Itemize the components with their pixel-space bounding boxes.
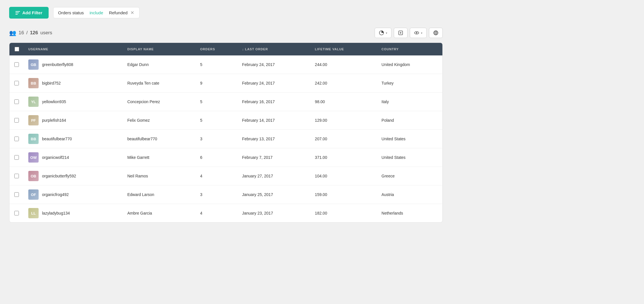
username-text: organicwolf214 — [42, 155, 69, 160]
avatar: OW — [28, 152, 39, 163]
lifetime-value-cell: 371.00 — [310, 148, 377, 167]
col-orders: ORDERS — [196, 43, 238, 55]
table-row: YL yellowlion935 Concepcion Perez5Februa… — [9, 93, 442, 111]
avatar: OB — [28, 171, 39, 181]
avatar: OF — [28, 189, 39, 200]
row-checkbox[interactable] — [14, 137, 19, 141]
country-cell: United States — [377, 148, 442, 167]
username-cell: LL lazyladybug134 — [24, 204, 123, 223]
username-text: bigbird752 — [42, 81, 61, 85]
country-cell: Italy — [377, 93, 442, 111]
users-count-row: 👥 16 / 126 users ▾ — [9, 28, 443, 38]
lifetime-value-cell: 129.00 — [310, 111, 377, 130]
col-last-order: ↓ LAST ORDER — [237, 43, 310, 55]
table-container: USERNAME DISPLAY NAME ORDERS ↓ LAST ORDE… — [9, 43, 443, 223]
table-row: BB beautifulbear770 beautifulbear7703Feb… — [9, 130, 442, 148]
chart-chevron: ▾ — [386, 31, 387, 35]
username-text: purplefish164 — [42, 118, 66, 123]
count-label: users — [40, 30, 52, 36]
settings-button[interactable] — [429, 28, 443, 38]
country-cell: Greece — [377, 167, 442, 185]
display-name-cell: Concepcion Perez — [123, 93, 196, 111]
display-name-cell: Ruveyda Ten cate — [123, 74, 196, 93]
lifetime-value-cell: 104.00 — [310, 167, 377, 185]
toolbar-buttons: ▾ ▾ — [375, 28, 443, 38]
lifetime-value-cell: 244.00 — [310, 55, 377, 74]
page-wrapper: Add Filter Orders status include Refunde… — [0, 0, 452, 229]
country-cell: Austria — [377, 185, 442, 204]
country-cell: United States — [377, 130, 442, 148]
count-separator: / — [26, 30, 28, 36]
table-row: OW organicwolf214 Mike Garrett6February … — [9, 148, 442, 167]
row-checkbox[interactable] — [14, 118, 19, 123]
avatar: GB — [28, 59, 39, 70]
avatar: BB — [28, 78, 39, 88]
export-icon — [398, 30, 403, 35]
row-checkbox[interactable] — [14, 81, 19, 85]
add-filter-label: Add Filter — [22, 10, 42, 15]
row-checkbox[interactable] — [14, 174, 19, 178]
username-text: organicfrog492 — [42, 192, 69, 197]
col-display-name: DISPLAY NAME — [123, 43, 196, 55]
country-cell: Netherlands — [377, 204, 442, 223]
add-filter-button[interactable]: Add Filter — [9, 7, 49, 19]
filter-chip-close-button[interactable]: ✕ — [130, 11, 135, 15]
svg-point-5 — [416, 32, 418, 34]
globe-icon — [433, 30, 438, 35]
orders-cell: 5 — [196, 55, 238, 74]
username-cell: OF organicfrog492 — [24, 185, 123, 204]
filter-chip-include: include — [90, 10, 103, 15]
row-checkbox[interactable] — [14, 192, 19, 197]
username-cell: PF purplefish164 — [24, 111, 123, 130]
col-lifetime-value: LIFETIME VALUE — [310, 43, 377, 55]
filter-chip-value: Refunded — [109, 10, 128, 15]
avatar: PF — [28, 115, 39, 125]
table-row: OF organicfrog492 Edward Larson3January … — [9, 185, 442, 204]
table-body: GB greenbutterfly808 Edgar Dunn5February… — [9, 55, 442, 222]
orders-cell: 9 — [196, 74, 238, 93]
avatar: BB — [28, 134, 39, 144]
export-button[interactable] — [394, 28, 408, 38]
avatar: LL — [28, 208, 39, 218]
last-order-cell: February 7, 2017 — [237, 148, 310, 167]
row-checkbox[interactable] — [14, 211, 19, 215]
row-checkbox[interactable] — [14, 99, 19, 104]
last-order-cell: February 14, 2017 — [237, 111, 310, 130]
table-header: USERNAME DISPLAY NAME ORDERS ↓ LAST ORDE… — [9, 43, 442, 55]
columns-button[interactable]: ▾ — [410, 28, 427, 38]
filter-icon — [15, 11, 20, 15]
username-text: organicbutterfly592 — [42, 174, 76, 178]
display-name-cell: beautifulbear770 — [123, 130, 196, 148]
lifetime-value-cell: 207.00 — [310, 130, 377, 148]
filter-chip: Orders status include Refunded ✕ — [53, 7, 140, 18]
users-count: 👥 16 / 126 users — [9, 29, 52, 36]
table-row: BB bigbird752 Ruveyda Ten cate9February … — [9, 74, 442, 93]
last-order-cell: February 16, 2017 — [237, 93, 310, 111]
table-row: OB organicbutterfly592 Neil Ramos4Januar… — [9, 167, 442, 185]
col-username: USERNAME — [24, 43, 123, 55]
username-text: lazyladybug134 — [42, 211, 70, 215]
orders-cell: 4 — [196, 204, 238, 223]
last-order-cell: January 25, 2017 — [237, 185, 310, 204]
lifetime-value-cell: 98.00 — [310, 93, 377, 111]
orders-cell: 4 — [196, 167, 238, 185]
users-table: USERNAME DISPLAY NAME ORDERS ↓ LAST ORDE… — [9, 43, 442, 222]
display-name-cell: Neil Ramos — [123, 167, 196, 185]
chart-view-button[interactable]: ▾ — [375, 28, 391, 38]
table-row: LL lazyladybug134 Ambre Garcia4January 2… — [9, 204, 442, 223]
orders-cell: 3 — [196, 130, 238, 148]
username-cell: BB bigbird752 — [24, 74, 123, 93]
country-cell: Poland — [377, 111, 442, 130]
table-row: PF purplefish164 Felix Gomez5February 14… — [9, 111, 442, 130]
display-name-cell: Felix Gomez — [123, 111, 196, 130]
last-order-cell: February 24, 2017 — [237, 74, 310, 93]
country-cell: United Kingdom — [377, 55, 442, 74]
row-checkbox[interactable] — [14, 62, 19, 67]
chart-icon — [379, 30, 384, 35]
username-cell: GB greenbutterfly808 — [24, 55, 123, 74]
orders-cell: 3 — [196, 185, 238, 204]
select-all-checkbox[interactable] — [15, 47, 19, 51]
eye-icon — [414, 30, 419, 35]
username-text: yellowlion935 — [42, 99, 66, 104]
row-checkbox[interactable] — [14, 155, 19, 160]
